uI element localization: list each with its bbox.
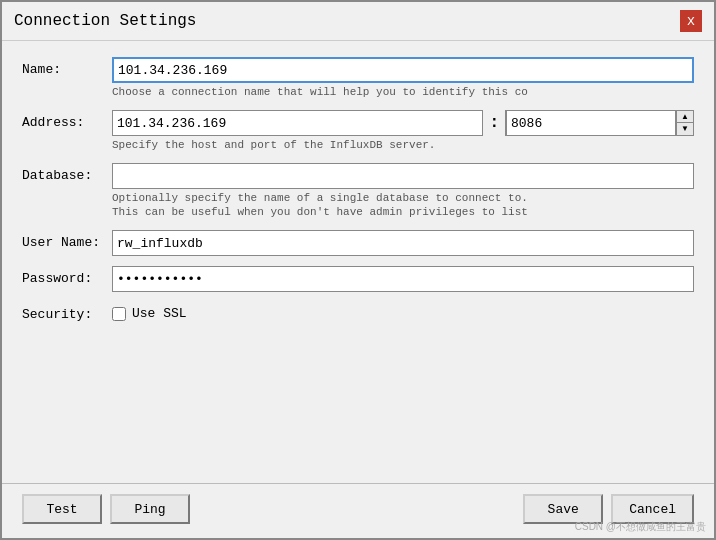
- dialog-title: Connection Settings: [14, 12, 196, 30]
- title-bar: Connection Settings x: [2, 2, 714, 41]
- name-row: Name: Choose a connection name that will…: [22, 57, 694, 106]
- ssl-label: Use SSL: [132, 306, 187, 321]
- username-input[interactable]: [112, 230, 694, 256]
- close-button[interactable]: x: [680, 10, 702, 32]
- ssl-checkbox-row: Use SSL: [112, 306, 694, 321]
- security-label: Security:: [22, 302, 112, 322]
- password-label: Password:: [22, 266, 112, 286]
- connection-settings-dialog: Connection Settings x Name: Choose a con…: [0, 0, 716, 540]
- security-row: Security: Use SSL: [22, 302, 694, 322]
- address-row: Address: : ▲ ▼ Specify the host and port…: [22, 110, 694, 159]
- database-label: Database:: [22, 163, 112, 183]
- test-button[interactable]: Test: [22, 494, 102, 524]
- address-label: Address:: [22, 110, 112, 130]
- password-field-area: [112, 266, 694, 292]
- ping-button[interactable]: Ping: [110, 494, 190, 524]
- address-field-area: : ▲ ▼ Specify the host and port of the I…: [112, 110, 694, 159]
- security-field-area: Use SSL: [112, 302, 694, 321]
- footer-left-buttons: Test Ping: [22, 494, 190, 524]
- username-field-area: [112, 230, 694, 256]
- port-wrapper: ▲ ▼: [505, 110, 694, 136]
- name-hint: Choose a connection name that will help …: [112, 86, 694, 98]
- username-row: User Name:: [22, 230, 694, 256]
- name-input[interactable]: [112, 57, 694, 83]
- watermark: CSDN @不想做咸鱼的王富贵: [575, 520, 706, 534]
- name-field-area: Choose a connection name that will help …: [112, 57, 694, 106]
- name-label: Name:: [22, 57, 112, 77]
- database-field-area: Optionally specify the name of a single …: [112, 163, 694, 226]
- address-port-row: : ▲ ▼: [112, 110, 694, 136]
- database-hint-2: This can be useful when you don't have a…: [112, 206, 694, 218]
- address-input[interactable]: [112, 110, 483, 136]
- database-hint-1: Optionally specify the name of a single …: [112, 192, 694, 204]
- ssl-checkbox[interactable]: [112, 307, 126, 321]
- spin-buttons: ▲ ▼: [676, 111, 693, 135]
- database-row: Database: Optionally specify the name of…: [22, 163, 694, 226]
- colon-separator: :: [489, 114, 499, 132]
- database-input[interactable]: [112, 163, 694, 189]
- port-spin-up[interactable]: ▲: [677, 111, 693, 123]
- form-content: Name: Choose a connection name that will…: [2, 41, 714, 483]
- port-input[interactable]: [506, 110, 676, 136]
- address-hint: Specify the host and port of the InfluxD…: [112, 139, 694, 151]
- password-input[interactable]: [112, 266, 694, 292]
- username-label: User Name:: [22, 230, 112, 250]
- port-spin-down[interactable]: ▼: [677, 123, 693, 135]
- password-row: Password:: [22, 266, 694, 292]
